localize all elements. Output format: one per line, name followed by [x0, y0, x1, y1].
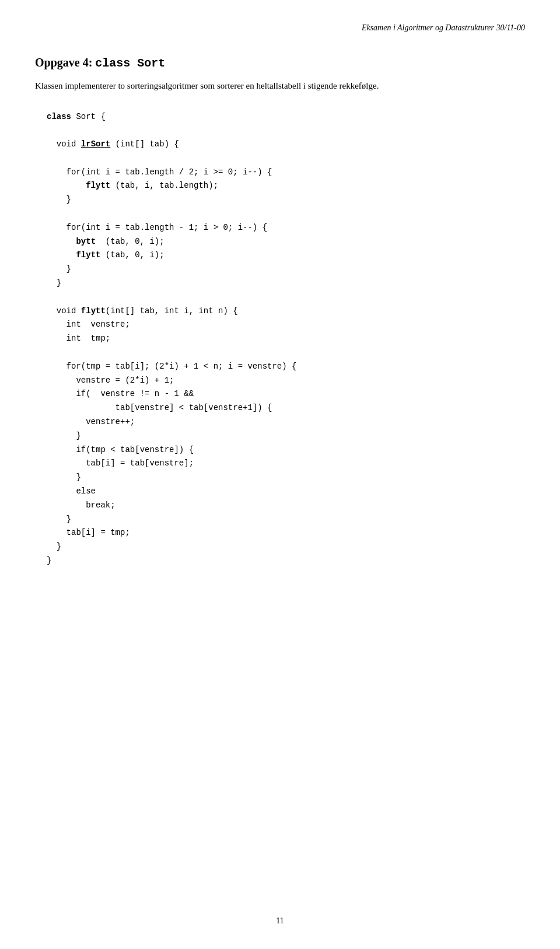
- code-block: class Sort { void lrSort (int[] tab) { f…: [47, 110, 525, 582]
- page-footer: 11: [0, 916, 560, 926]
- code-lrsort: lrSort: [81, 139, 110, 149]
- code-keyword: class: [47, 112, 71, 121]
- page-number: 11: [276, 916, 284, 925]
- code-for2: for(int i = tab.length - 1; i > 0; i--) …: [47, 223, 267, 288]
- page-container: Eksamen i Algoritmer og Datastrukturer 3…: [0, 0, 560, 949]
- section-title: Oppgave 4: class Sort: [35, 56, 525, 70]
- code-void2: void flytt(int[] tab, int i, int n) { in…: [47, 306, 296, 565]
- page-header: Eksamen i Algoritmer og Datastrukturer 3…: [35, 23, 525, 33]
- title-code: class Sort: [95, 57, 165, 70]
- code-for1: for(int i = tab.length / 2; i >= 0; i--)…: [47, 167, 272, 205]
- code-lrsort-sig: (int[] tab) {: [110, 139, 179, 149]
- header-title: Eksamen i Algoritmer og Datastrukturer 3…: [362, 23, 525, 32]
- title-prefix: Oppgave 4:: [35, 56, 95, 69]
- section-description: Klassen implementerer to sorteringsalgor…: [35, 79, 525, 93]
- code-void1: void: [57, 139, 81, 149]
